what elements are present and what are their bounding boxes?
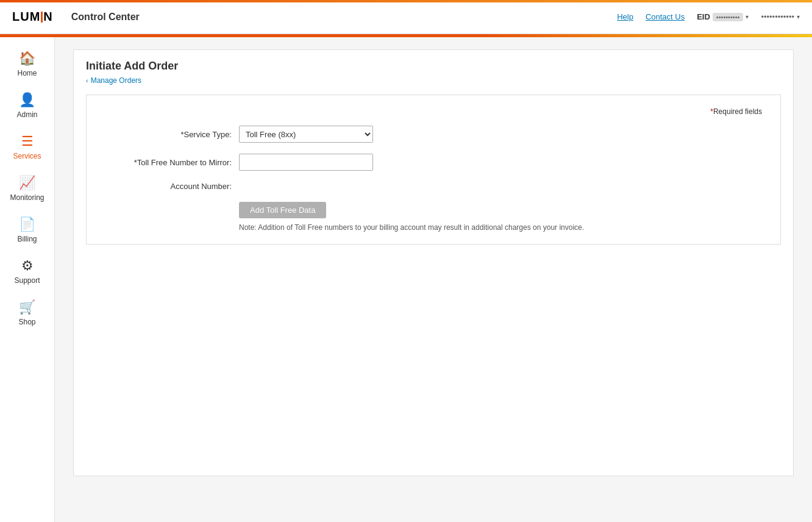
breadcrumb-chevron-icon: ‹ bbox=[86, 77, 88, 84]
service-type-select[interactable]: Toll Free (8xx) bbox=[239, 126, 373, 143]
sidebar-label-shop: Shop bbox=[18, 318, 35, 326]
add-toll-free-button[interactable]: Add Toll Free Data bbox=[239, 202, 326, 218]
logo: LUMN bbox=[12, 10, 53, 24]
monitoring-icon: 📈 bbox=[19, 175, 35, 191]
breadcrumb: ‹ Manage Orders bbox=[86, 76, 781, 85]
header-right: Help Contact Us EID •••••••••• ▾ •••••••… bbox=[617, 12, 800, 21]
toll-free-label: *Toll Free Number to Mirror: bbox=[105, 158, 239, 167]
sidebar-item-monitoring[interactable]: 📈 Monitoring bbox=[0, 168, 54, 209]
sidebar-item-home[interactable]: 🏠 Home bbox=[0, 43, 54, 85]
toll-free-input[interactable] bbox=[239, 154, 373, 171]
service-type-label: *Service Type: bbox=[105, 130, 239, 139]
required-fields-note: *Required fields bbox=[105, 107, 762, 116]
account-number-label-text: Account Number: bbox=[171, 182, 232, 191]
sidebar-item-shop[interactable]: 🛒 Shop bbox=[0, 292, 54, 334]
eid-section: EID •••••••••• ▾ bbox=[697, 12, 749, 21]
logo-text-2: N bbox=[43, 10, 52, 24]
eid-label: EID bbox=[697, 12, 710, 21]
required-fields-text: Required fields bbox=[713, 107, 762, 116]
admin-icon: 👤 bbox=[19, 92, 35, 108]
support-icon: ⚙ bbox=[21, 258, 34, 274]
billing-icon: 📄 bbox=[19, 216, 35, 232]
sidebar-label-monitoring: Monitoring bbox=[10, 193, 44, 202]
breadcrumb-back-link[interactable]: Manage Orders bbox=[91, 76, 141, 85]
service-type-label-text: *Service Type: bbox=[180, 130, 232, 139]
note-text: Note: Addition of Toll Free numbers to y… bbox=[239, 223, 762, 232]
app-title: Control Center bbox=[71, 12, 140, 23]
shop-icon: 🛒 bbox=[19, 299, 35, 315]
sidebar-label-home: Home bbox=[17, 69, 37, 77]
eid-value: •••••••••• bbox=[713, 13, 744, 21]
header: LUMN Control Center Help Contact Us EID … bbox=[0, 0, 812, 34]
logo-bar bbox=[41, 12, 43, 23]
contact-link[interactable]: Contact Us bbox=[646, 12, 685, 21]
eid-chevron-icon[interactable]: ▾ bbox=[746, 13, 749, 20]
note-content: Note: Addition of Toll Free numbers to y… bbox=[239, 223, 584, 232]
user-value: •••••••••••• bbox=[761, 12, 794, 21]
toll-free-label-text: *Toll Free Number to Mirror: bbox=[134, 158, 232, 167]
account-number-label: Account Number: bbox=[105, 182, 239, 191]
user-chevron-icon: ▾ bbox=[797, 13, 800, 20]
sidebar-item-services[interactable]: ☰ Services bbox=[0, 126, 54, 168]
sidebar-label-support: Support bbox=[14, 276, 40, 285]
page-header: Initiate Add Order ‹ Manage Orders bbox=[74, 50, 793, 85]
sidebar-label-admin: Admin bbox=[16, 110, 37, 119]
sidebar-label-services: Services bbox=[13, 152, 41, 160]
services-icon: ☰ bbox=[21, 134, 34, 149]
service-type-row: *Service Type: Toll Free (8xx) bbox=[105, 126, 762, 143]
sidebar-label-billing: Billing bbox=[17, 235, 37, 243]
form-section: *Required fields *Service Type: Toll Fre… bbox=[86, 95, 781, 245]
sidebar-item-billing[interactable]: 📄 Billing bbox=[0, 209, 54, 251]
page-container: Initiate Add Order ‹ Manage Orders *Requ… bbox=[73, 49, 794, 476]
sidebar-item-admin[interactable]: 👤 Admin bbox=[0, 85, 54, 126]
sidebar: 🏠 Home 👤 Admin ☰ Services 📈 Monitoring 📄… bbox=[0, 37, 55, 522]
page-title: Initiate Add Order bbox=[86, 60, 781, 73]
toll-free-row: *Toll Free Number to Mirror: bbox=[105, 154, 762, 171]
help-link[interactable]: Help bbox=[617, 12, 633, 21]
header-accent-bar bbox=[0, 0, 812, 2]
home-icon: 🏠 bbox=[19, 51, 35, 66]
account-number-row: Account Number: bbox=[105, 182, 762, 191]
layout: 🏠 Home 👤 Admin ☰ Services 📈 Monitoring 📄… bbox=[0, 37, 812, 522]
sidebar-item-support[interactable]: ⚙ Support bbox=[0, 251, 54, 292]
user-menu[interactable]: •••••••••••• ▾ bbox=[761, 12, 800, 21]
main-content: Initiate Add Order ‹ Manage Orders *Requ… bbox=[55, 37, 812, 522]
logo-text: LUM bbox=[12, 10, 40, 24]
